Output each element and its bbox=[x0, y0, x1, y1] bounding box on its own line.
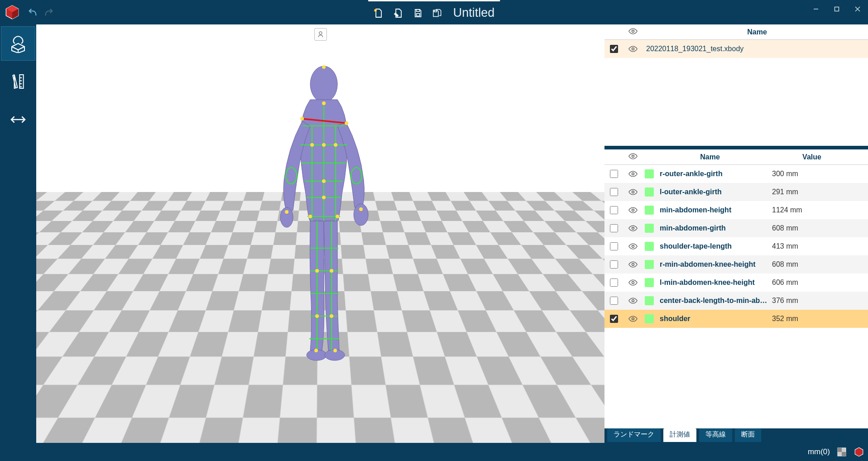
visibility-header-icon[interactable] bbox=[628, 153, 638, 161]
svg-point-60 bbox=[285, 210, 288, 214]
measure-name-cell: r-min-abdomen-knee-height bbox=[656, 260, 768, 269]
measure-row[interactable]: r-outer-ankle-girth300 mm bbox=[604, 165, 868, 183]
svg-rect-5 bbox=[416, 13, 419, 15]
window-maximize-button[interactable] bbox=[826, 0, 847, 18]
save-doc-button[interactable] bbox=[408, 1, 428, 25]
color-swatch[interactable] bbox=[645, 206, 654, 215]
measure-row[interactable]: center-back-length-to-min-abdomen376 mm bbox=[604, 292, 868, 310]
body-model bbox=[242, 58, 405, 366]
color-swatch[interactable] bbox=[645, 224, 654, 233]
measure-value-cell: 608 mm bbox=[768, 260, 868, 269]
measure-row[interactable]: l-outer-ankle-girth291 mm bbox=[604, 183, 868, 201]
measure-row[interactable]: shoulder352 mm bbox=[604, 310, 868, 328]
measure-name-column-header[interactable]: Name bbox=[656, 153, 760, 161]
mode-measure-button[interactable] bbox=[1, 64, 35, 99]
visibility-toggle-icon[interactable] bbox=[623, 316, 643, 322]
visibility-header-icon[interactable] bbox=[628, 28, 638, 36]
color-swatch[interactable] bbox=[645, 314, 654, 323]
svg-point-74 bbox=[632, 227, 634, 230]
redo-button[interactable] bbox=[41, 0, 57, 24]
color-swatch[interactable] bbox=[645, 260, 654, 269]
measure-value-cell: 352 mm bbox=[768, 315, 868, 323]
file-row-checkbox[interactable] bbox=[610, 45, 618, 53]
svg-point-79 bbox=[632, 318, 634, 320]
measure-row-checkbox[interactable] bbox=[610, 315, 618, 323]
files-name-column-header[interactable]: Name bbox=[643, 28, 868, 36]
app-logo bbox=[0, 0, 24, 24]
color-swatch[interactable] bbox=[645, 242, 654, 251]
visibility-toggle-icon[interactable] bbox=[623, 243, 643, 250]
measure-row-checkbox[interactable] bbox=[610, 260, 618, 269]
units-indicator[interactable]: mm(0) bbox=[808, 447, 830, 456]
svg-point-68 bbox=[632, 30, 634, 32]
visibility-toggle-icon[interactable] bbox=[623, 189, 643, 195]
svg-point-21 bbox=[354, 204, 368, 226]
measure-row-checkbox[interactable] bbox=[610, 279, 618, 287]
file-row[interactable]: 20220118_193021_test.xbody bbox=[604, 40, 868, 58]
save-as-button[interactable] bbox=[428, 1, 448, 25]
window-minimize-button[interactable] bbox=[806, 0, 826, 18]
color-swatch[interactable] bbox=[645, 296, 654, 305]
measure-row[interactable]: min-abdomen-girth608 mm bbox=[604, 219, 868, 237]
visibility-toggle-icon[interactable] bbox=[623, 279, 643, 286]
window-close-button[interactable] bbox=[847, 0, 868, 18]
svg-point-52 bbox=[308, 215, 312, 218]
mode-view-button[interactable] bbox=[1, 26, 35, 61]
new-doc-button[interactable] bbox=[368, 1, 388, 25]
measure-row[interactable]: shoulder-tape-length413 mm bbox=[604, 237, 868, 255]
measure-name-cell: l-min-abdomen-knee-height bbox=[656, 279, 768, 287]
grid-toggle-icon[interactable] bbox=[836, 447, 847, 457]
color-swatch[interactable] bbox=[645, 278, 654, 287]
measure-row-checkbox[interactable] bbox=[610, 206, 618, 214]
measure-tab[interactable]: 等高線 bbox=[699, 428, 732, 442]
measure-name-cell: min-abdomen-girth bbox=[656, 224, 768, 232]
undo-button[interactable] bbox=[24, 0, 41, 24]
measure-value-cell: 300 mm bbox=[768, 170, 868, 178]
mode-compare-button[interactable] bbox=[1, 102, 35, 137]
svg-point-19 bbox=[310, 66, 337, 102]
measure-row-checkbox[interactable] bbox=[610, 170, 618, 178]
svg-point-76 bbox=[632, 264, 634, 266]
measure-row[interactable]: l-min-abdomen-knee-height606 mm bbox=[604, 274, 868, 292]
svg-point-49 bbox=[334, 143, 337, 147]
measure-name-cell: min-abdomen-height bbox=[656, 206, 768, 214]
svg-rect-81 bbox=[838, 448, 842, 452]
visibility-toggle-icon[interactable] bbox=[623, 46, 643, 52]
measure-row-checkbox[interactable] bbox=[610, 224, 618, 232]
measure-row-checkbox[interactable] bbox=[610, 188, 618, 196]
measure-tab[interactable]: 断面 bbox=[735, 428, 761, 442]
measure-name-cell: l-outer-ankle-girth bbox=[656, 188, 768, 196]
svg-point-50 bbox=[322, 179, 326, 183]
svg-point-59 bbox=[333, 349, 337, 352]
visibility-toggle-icon[interactable] bbox=[623, 207, 643, 213]
svg-rect-8 bbox=[835, 7, 839, 11]
measure-row[interactable]: r-min-abdomen-knee-height608 mm bbox=[604, 255, 868, 274]
color-swatch[interactable] bbox=[645, 187, 654, 197]
measure-row-checkbox[interactable] bbox=[610, 297, 618, 305]
measure-value-cell: 1124 mm bbox=[768, 206, 868, 214]
titlebar: Untitled bbox=[0, 0, 868, 24]
measure-value-column-header[interactable]: Value bbox=[760, 153, 860, 161]
color-swatch[interactable] bbox=[645, 169, 654, 178]
titlebar-center: Untitled bbox=[368, 0, 500, 24]
visibility-toggle-icon[interactable] bbox=[623, 171, 643, 177]
visibility-toggle-icon[interactable] bbox=[623, 225, 643, 231]
svg-point-56 bbox=[315, 314, 319, 318]
svg-point-70 bbox=[632, 155, 634, 157]
visibility-toggle-icon[interactable] bbox=[623, 298, 643, 304]
left-tool-rail bbox=[0, 24, 36, 461]
svg-point-71 bbox=[632, 173, 634, 175]
measure-tab[interactable]: ランドマーク bbox=[607, 428, 661, 442]
measure-tab[interactable]: 計測値 bbox=[663, 428, 696, 442]
measure-value-cell: 606 mm bbox=[768, 279, 868, 287]
measure-row[interactable]: min-abdomen-height1124 mm bbox=[604, 201, 868, 219]
files-panel: Name 20220118_193021_test.xbody bbox=[604, 24, 868, 149]
measure-row-checkbox[interactable] bbox=[610, 242, 618, 250]
svg-point-54 bbox=[315, 269, 319, 273]
viewport-3d[interactable]: F bbox=[36, 24, 604, 443]
visibility-toggle-icon[interactable] bbox=[623, 261, 643, 268]
svg-rect-13 bbox=[19, 75, 23, 88]
open-doc-button[interactable] bbox=[388, 1, 408, 25]
svg-rect-82 bbox=[842, 452, 846, 456]
app-logo-small-icon[interactable] bbox=[854, 447, 864, 457]
